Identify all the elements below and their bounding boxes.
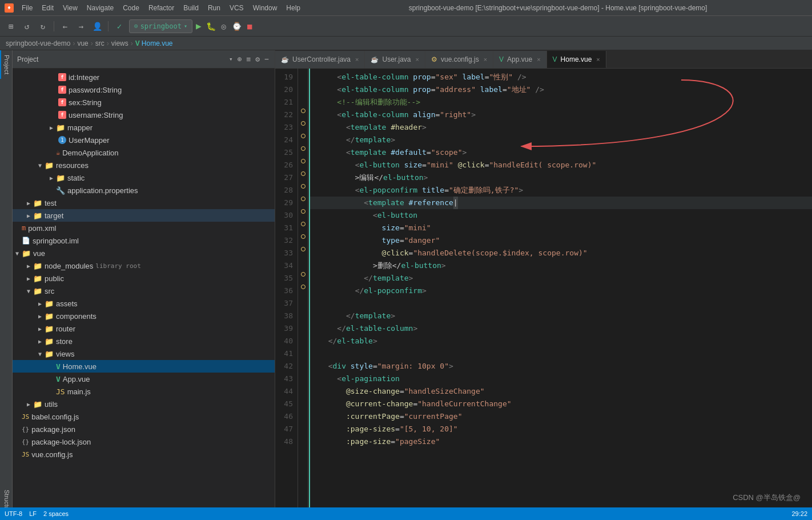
- code-line-21: <!--编辑和删除功能-->: [310, 96, 812, 109]
- router-folder-icon: 📁: [45, 325, 54, 333]
- tree-item-resources[interactable]: ▼ 📁 resources: [13, 159, 275, 171]
- tree-item-vue-folder[interactable]: ▼ 📁 vue: [13, 247, 275, 259]
- status-bar: UTF-8 LF 2 spaces 29:22: [0, 507, 812, 520]
- forward-btn[interactable]: →: [75, 20, 87, 33]
- router-arrow: ▶: [35, 326, 45, 332]
- tree-label-babelconfig: babel.config.js: [31, 413, 79, 421]
- menu-refactor[interactable]: Refactor: [145, 3, 178, 13]
- stop-btn[interactable]: ■: [246, 21, 253, 32]
- tree-item-views[interactable]: ▼ 📁 views: [13, 347, 275, 360]
- open-btn[interactable]: ↺: [21, 20, 33, 33]
- back-btn[interactable]: ←: [59, 20, 71, 33]
- breadcrumb-vue[interactable]: vue: [77, 39, 88, 47]
- menu-file[interactable]: File: [18, 3, 36, 13]
- tree-item-router[interactable]: ▶ 📁 router: [13, 322, 275, 335]
- tab-homevue[interactable]: V Home.vue ×: [547, 51, 606, 68]
- tree-item-mainjs[interactable]: JS main.js: [13, 385, 275, 398]
- tree-item-demoapplication[interactable]: ☕ DemoApplication: [13, 146, 275, 159]
- tab-close-vueconfig[interactable]: ×: [484, 56, 487, 63]
- menu-help[interactable]: Help: [283, 3, 304, 13]
- breadcrumb-src[interactable]: src: [95, 39, 104, 47]
- menu-code[interactable]: Code: [119, 3, 143, 13]
- tree-item-password[interactable]: f password:String: [13, 83, 275, 96]
- tab-close-usercontroller[interactable]: ×: [355, 56, 359, 63]
- menu-view[interactable]: View: [59, 3, 81, 13]
- csdn-watermark: CSDN @半岛铁盒@: [733, 493, 801, 503]
- tree-item-store[interactable]: ▶ 📁 store: [13, 335, 275, 347]
- tab-usercontroller[interactable]: ☕ UserController.java ×: [275, 51, 365, 68]
- run-button[interactable]: ▶: [196, 21, 202, 31]
- tree-item-src[interactable]: ▼ 📁 src: [13, 285, 275, 297]
- tree-item-homevue[interactable]: V Home.vue: [13, 360, 275, 373]
- tree-item-id[interactable]: f id:Integer: [13, 71, 275, 83]
- tab-userjava[interactable]: ☕ User.java ×: [365, 51, 425, 68]
- tree-item-sex[interactable]: f sex:String: [13, 96, 275, 109]
- menu-edit[interactable]: Edit: [38, 3, 57, 13]
- run-config-dropdown[interactable]: ⊙ springboot ▾: [129, 19, 192, 33]
- breadcrumb-file[interactable]: V Home.vue: [135, 39, 173, 47]
- tree-item-vueconfigjs[interactable]: JS vue.config.js: [13, 448, 275, 461]
- tree-item-public[interactable]: ▶ 📁 public: [13, 272, 275, 285]
- user-btn[interactable]: 👤: [91, 20, 103, 33]
- tab-appvue[interactable]: V App.vue ×: [493, 51, 547, 68]
- tree-item-babelconfig[interactable]: JS babel.config.js: [13, 410, 275, 423]
- menu-vcs[interactable]: VCS: [226, 3, 247, 13]
- menu-navigate[interactable]: Navigate: [83, 3, 117, 13]
- code-line-38: </template>: [310, 310, 812, 322]
- tree-item-appprops[interactable]: 🔧 application.properties: [13, 184, 275, 197]
- tab-close-homevue[interactable]: ×: [596, 56, 600, 63]
- tree-item-username[interactable]: f username:String: [13, 109, 275, 121]
- tree-item-assets[interactable]: ▶ 📁 assets: [13, 297, 275, 310]
- coverage-btn[interactable]: ◎: [220, 21, 227, 32]
- tree-label-router: router: [56, 325, 75, 333]
- tree-label-mainjs: main.js: [67, 387, 91, 396]
- tree-item-mapper-folder[interactable]: ▶ 📁 mapper: [13, 121, 275, 134]
- tree-item-static[interactable]: ▶ 📁 static: [13, 171, 275, 184]
- breadcrumb-project[interactable]: springboot-vue-demo: [6, 39, 70, 47]
- git-btn[interactable]: ✓: [113, 20, 126, 33]
- tree-label-vue-folder: vue: [33, 249, 45, 258]
- tree-item-target[interactable]: ▶ 📁 target: [13, 209, 275, 222]
- vueconfigjs-icon: JS: [22, 451, 29, 458]
- save-btn[interactable]: ↻: [37, 20, 49, 33]
- menu-window[interactable]: Window: [250, 3, 281, 13]
- tree-item-packagelockjson[interactable]: {} package-lock.json: [13, 435, 275, 448]
- tree-label-packagejson: package.json: [31, 425, 75, 434]
- gutter-mark-24: [301, 134, 305, 138]
- menu-run[interactable]: Run: [204, 3, 224, 13]
- tree-label-password: password:String: [69, 86, 122, 94]
- code-line-37: [310, 297, 812, 310]
- debug-btn[interactable]: 🐛: [205, 21, 217, 32]
- new-file-btn[interactable]: ⊞: [5, 20, 17, 33]
- tree-item-pomxml[interactable]: m pom.xml: [13, 222, 275, 234]
- tree-item-components[interactable]: ▶ 📁 components: [13, 310, 275, 322]
- project-tab[interactable]: Project: [0, 50, 12, 79]
- tree-item-packagejson[interactable]: {} package.json: [13, 423, 275, 435]
- resources-icon: 📁: [45, 161, 54, 170]
- tree-item-test[interactable]: ▶ 📁 test: [13, 197, 275, 209]
- gutter: [298, 69, 308, 520]
- tree-label-components: components: [56, 312, 97, 321]
- collapse-icon[interactable]: ≡: [246, 54, 252, 65]
- tab-close-appvue[interactable]: ×: [537, 56, 540, 63]
- menu-build[interactable]: Build: [180, 3, 202, 13]
- tab-vueconfig[interactable]: ⚙ vue.config.js ×: [425, 51, 493, 68]
- tree-item-utils[interactable]: ▶ 📁 utils: [13, 398, 275, 410]
- left-side-tabs: Project Structure: [0, 50, 13, 520]
- tree-item-springbootiml[interactable]: 📄 springboot.iml: [13, 234, 275, 247]
- sidebar-actions: ⊕ ≡ ⚙ −: [236, 54, 270, 65]
- src-folder-icon: 📁: [33, 287, 42, 295]
- tab-close-userjava[interactable]: ×: [416, 56, 419, 63]
- breadcrumb-views[interactable]: views: [111, 39, 128, 47]
- locate-icon[interactable]: ⊕: [236, 54, 243, 65]
- tree-item-appvue[interactable]: V App.vue: [13, 373, 275, 385]
- code-line-34: >删除</el-button>: [310, 259, 812, 272]
- tree-label-vueconfigjs: vue.config.js: [31, 450, 73, 459]
- tree-item-nodemodules[interactable]: ▶ 📁 node_modules library root: [13, 259, 275, 272]
- code-editor[interactable]: <el-table-column prop="sex" label="性别" /…: [310, 69, 812, 520]
- gutter-mark-32: [301, 234, 305, 239]
- settings-icon[interactable]: ⚙: [254, 54, 261, 65]
- close-sidebar-icon[interactable]: −: [263, 54, 270, 65]
- profile-btn[interactable]: ⌚: [231, 21, 243, 32]
- tree-item-usermapper[interactable]: 1 UserMapper: [13, 134, 275, 146]
